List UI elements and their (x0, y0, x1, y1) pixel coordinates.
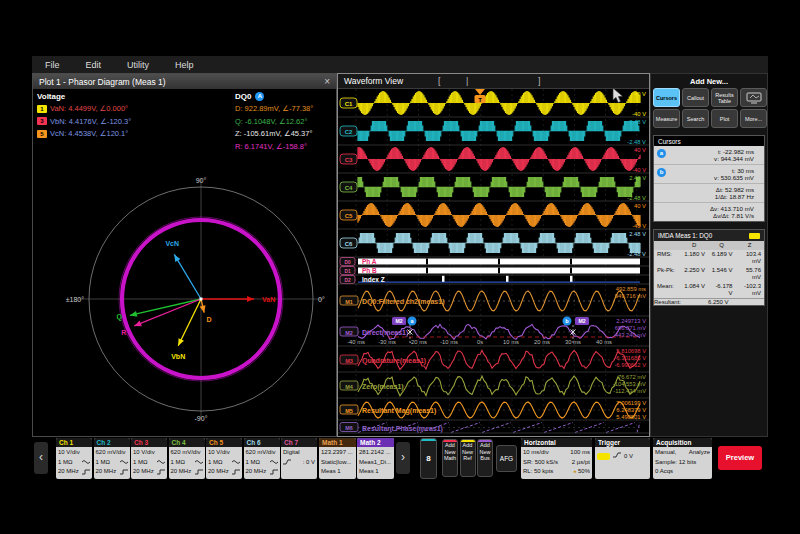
cursor-a-badge-icon: a (657, 149, 666, 158)
imda-badge-icon[interactable] (749, 233, 760, 239)
channel-settings-badge-5[interactable]: Ch 510 V/div1 MΩ20 MHz (206, 438, 242, 479)
svg-text:M5: M5 (345, 408, 353, 414)
search-button[interactable]: Search (682, 109, 709, 128)
cursor-b-badge-icon: b (657, 168, 666, 177)
add-new-bus-button[interactable]: AddNewBus (477, 439, 493, 477)
svg-text:-104.553 mV: -104.553 mV (613, 381, 646, 387)
phasor-label-van: VaN (262, 296, 275, 303)
digital-group-8-badge[interactable]: 8 (420, 438, 437, 479)
menu-item-edit[interactable]: Edit (73, 60, 115, 70)
voltage-readout: VbN: 4.4176V, ∠-120.3° (50, 117, 131, 126)
svg-text:90°: 90° (196, 177, 207, 184)
svg-text:40 ms: 40 ms (596, 339, 612, 345)
close-icon[interactable]: × (324, 77, 330, 87)
imda-row-name: RMS: (654, 250, 680, 266)
cursors-readout-body: at: -22.982 msv: 944.344 mVbt: 30 msv: 5… (654, 146, 764, 221)
preview-button[interactable]: Preview (718, 446, 762, 470)
imda-value: 55.76 mV (735, 266, 764, 282)
svg-text:10 ms: 10 ms (503, 339, 519, 345)
badge-header: Math 2 (357, 438, 394, 447)
dq0-row-4: R: 6.1741V, ∠-158.8° (235, 142, 313, 151)
zoom-bracket-right[interactable]: ] (538, 76, 541, 86)
badge-header: Ch 7 (281, 438, 317, 447)
trigger-source-badge (597, 453, 610, 460)
phasor-legend: Voltage1VaN: 4.4499V, ∠0.000°3VbN: 4.417… (33, 89, 336, 159)
cursor-value: Δt: 52.982 ms (670, 186, 754, 194)
horizontal-badge[interactable]: Horizontal10 ms/div100 msSR: 500 kS/s2 µ… (521, 438, 592, 479)
add-new-math-button[interactable]: AddNewMath (442, 439, 458, 477)
svg-text:0s: 0s (477, 339, 483, 345)
badge-line: SR: 500 kS/s2 µs/pt (523, 458, 590, 468)
trigger-position-marker[interactable]: T (475, 89, 486, 103)
channel-settings-badge-1[interactable]: Ch 110 V/div1 MΩ20 MHz (56, 438, 92, 479)
channel-settings-badge-6[interactable]: Ch 6620 mV/div1 MΩ20 MHz (244, 438, 280, 479)
cursors-button[interactable]: Cursors (653, 88, 680, 107)
results-table-button[interactable]: Results Table (711, 88, 738, 107)
dq0-readout: D: 922.89mV, ∠-77.38° (235, 104, 313, 113)
settings-bar: ‹Ch 110 V/div1 MΩ20 MHzCh 2620 mV/div1 M… (32, 437, 768, 481)
scroll-left-chevron[interactable]: ‹ (34, 442, 48, 474)
channel-settings-badge-3[interactable]: Ch 310 V/div1 MΩ20 MHz (131, 438, 167, 479)
svg-text:T: T (478, 97, 482, 103)
imda-results-panel: IMDA Meas 1: DQ0 DQZRMS:1.180 V6.189 V10… (653, 229, 765, 306)
badge-line: 20 MHz (96, 467, 128, 477)
voltage-readout: VcN: 4.4538V, ∠120.1° (50, 129, 128, 138)
svg-text:30 ms: 30 ms (565, 339, 581, 345)
cursors-readout-panel: Cursors at: -22.982 msv: 944.344 mVbt: 3… (653, 135, 765, 222)
channel-number-badge: 5 (37, 130, 47, 138)
math-settings-badge-1[interactable]: Math 1123.2397 ...Static|low...Meas 1 (319, 438, 356, 479)
cursor-value: t: 30 ms (670, 167, 754, 175)
add-new-ref-button[interactable]: AddNewRef (460, 439, 476, 477)
imda-value: 1.180 V (680, 250, 708, 266)
cursor-readout-row-3: Δt: 52.982 ms1/Δt: 18.87 Hz (654, 184, 764, 203)
imda-col-q: Q (708, 241, 736, 250)
scroll-right-chevron[interactable]: › (396, 442, 410, 474)
badge-line: 1 MΩ (96, 458, 128, 468)
channel-settings-badge-4[interactable]: Ch 4620 mV/div1 MΩ20 MHz (169, 438, 205, 479)
svg-text:-40 V: -40 V (632, 167, 646, 173)
svg-text:20 ms: 20 ms (534, 339, 550, 345)
channel-settings-badge-2[interactable]: Ch 2620 mV/div1 MΩ20 MHz (94, 438, 130, 479)
more-button[interactable]: More... (740, 109, 767, 128)
menu-item-help[interactable]: Help (162, 60, 207, 70)
channel-settings-badge-7[interactable]: Ch 7Digital: 0 V (281, 438, 317, 479)
svg-text:C1: C1 (345, 101, 353, 107)
trigger-badge[interactable]: Trigger0 V (595, 438, 650, 479)
zoom-bracket-left[interactable]: [ (438, 76, 441, 86)
scope-display-icon-button[interactable] (740, 88, 767, 107)
measure-button[interactable]: Measure (653, 109, 680, 128)
badge-line: 1 MΩ (246, 458, 278, 468)
svg-text:2.48 V: 2.48 V (629, 175, 646, 181)
voltage-readout: VaN: 4.4499V, ∠0.000° (50, 104, 128, 113)
badge-header: Horizontal (521, 438, 592, 447)
cursor-value: Δv/Δt: 7.81 V/s (670, 212, 754, 220)
badge-header: Ch 3 (131, 438, 167, 447)
math-settings-badge-2[interactable]: Math 2281.2142 ...Meas1_Di...Meas 1 (357, 438, 394, 479)
svg-text:5.810698 V: 5.810698 V (616, 348, 646, 354)
badge-line: 10 V/div (133, 448, 165, 458)
plot-button[interactable]: Plot (711, 109, 738, 128)
afg-button[interactable]: AFG (496, 445, 517, 472)
badge-line: 620 mV/div (246, 448, 278, 458)
phasor-titlebar[interactable]: Plot 1 - Phasor Diagram (Meas 1) × (33, 74, 336, 89)
badge-line: 620 mV/div (96, 448, 128, 458)
add-new-buttons: CursorsCalloutResults TableMeasureSearch… (651, 88, 767, 130)
callout-button[interactable]: Callout (682, 88, 709, 107)
waveform-trace-c3 (358, 147, 640, 171)
menu-item-utility[interactable]: Utility (114, 60, 162, 70)
phasor-label-vbn: VbN (171, 353, 185, 360)
zoom-marker[interactable]: | (466, 76, 468, 86)
voltage-row-3: 5VcN: 4.4538V, ∠120.1° (37, 129, 131, 138)
acquisition-badge[interactable]: AcquisitionManual,AnalyzeSample: 12 bits… (653, 438, 712, 479)
dq0-readout: R: 6.1741V, ∠-158.8° (235, 142, 307, 151)
svg-text:40 V: 40 V (634, 91, 646, 97)
phasor-title: Plot 1 - Phasor Diagram (Meas 1) (39, 77, 166, 87)
phasor-vector-vbn (178, 299, 201, 346)
menu-item-file[interactable]: File (32, 60, 73, 70)
svg-text:2.249713 V: 2.249713 V (616, 318, 646, 324)
scope-screen: FileEditUtilityHelp Plot 1 - Phasor Diag… (32, 56, 768, 481)
badge-body: 620 mV/div1 MΩ20 MHz (244, 447, 280, 477)
svg-text:C4: C4 (345, 185, 353, 191)
waveform-plot: C140 V-40 VC22.48 V-2.48 VC340 V-40 VC42… (338, 89, 649, 438)
phasor-vector-vcn (174, 254, 201, 299)
